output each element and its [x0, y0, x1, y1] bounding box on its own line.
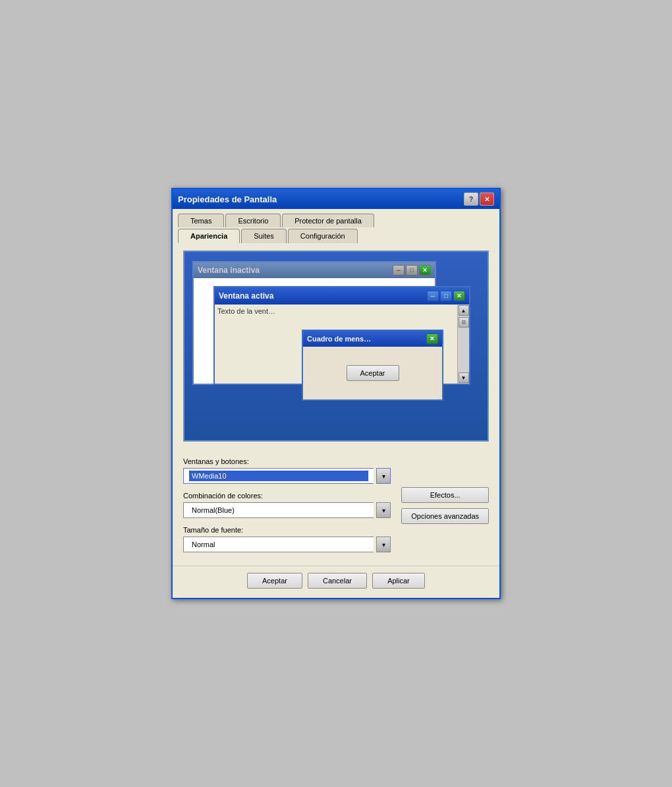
tabs-row-2: Apariencia Suites Configuración — [178, 228, 494, 243]
main-dialog: Propiedades de Pantalla ? ✕ Temas Escrit… — [171, 188, 501, 599]
form-left: Ventanas y botones: WMedia10 ▾ Combinaci… — [183, 451, 391, 558]
font-size-label: Tamaño de fuente: — [183, 526, 391, 534]
effects-button[interactable]: Efectos... — [401, 487, 489, 503]
font-size-selected: Normal — [189, 539, 368, 550]
preview-msgbox-titlebar: Cuadro de mens… ✕ — [303, 331, 442, 347]
tab-escritorio[interactable]: Escritorio — [225, 214, 281, 227]
color-scheme-dropdown-row: Normal(Blue) ▾ — [183, 502, 391, 518]
scrollbar: ▲ ⊡ ▼ — [457, 305, 469, 384]
tabs-container: Temas Escritorio Protector de pantalla A… — [173, 209, 499, 243]
cancel-button[interactable]: Cancelar — [308, 573, 367, 589]
windows-buttons-dropdown[interactable]: WMedia10 — [183, 468, 374, 484]
tab-suites[interactable]: Suites — [241, 229, 287, 243]
dialog-close-button[interactable]: ✕ — [480, 192, 494, 206]
font-size-dropdown-arrow[interactable]: ▾ — [376, 537, 391, 552]
apply-button[interactable]: Aplicar — [372, 573, 425, 589]
windows-buttons-selected: WMedia10 — [189, 471, 368, 481]
form-right: Efectos... Opciones avanzadas — [401, 451, 489, 524]
msgbox-close-btn[interactable]: ✕ — [426, 334, 438, 344]
dialog-title: Propiedades de Pantalla — [178, 194, 277, 204]
color-scheme-dropdown-arrow[interactable]: ▾ — [376, 502, 391, 518]
active-min-btn: ─ — [427, 291, 439, 301]
active-close-btn: ✕ — [453, 291, 465, 301]
scroll-down-arrow[interactable]: ▼ — [459, 372, 469, 383]
windows-buttons-dropdown-arrow[interactable]: ▾ — [376, 468, 391, 484]
preview-msgbox-body: Aceptar — [303, 347, 442, 399]
help-button[interactable]: ? — [464, 192, 478, 206]
content-area: Ventana inactiva ─ □ ✕ Ventana activa ─ — [173, 243, 499, 566]
color-scheme-label: Combinación de colores: — [183, 492, 391, 500]
preview-msgbox: Cuadro de mens… ✕ Aceptar — [302, 330, 443, 401]
preview-active-titlebar: Ventana activa ─ □ ✕ — [215, 287, 469, 305]
color-scheme-selected: Normal(Blue) — [189, 505, 368, 515]
active-max-btn: □ — [440, 291, 452, 301]
accept-button[interactable]: Aceptar — [247, 573, 302, 589]
title-bar-controls: ? ✕ — [464, 192, 494, 206]
bottom-row: Aceptar Cancelar Aplicar — [173, 566, 499, 598]
preview-container: Ventana inactiva ─ □ ✕ Ventana activa ─ — [183, 250, 489, 442]
tab-configuracion[interactable]: Configuración — [288, 229, 358, 243]
tab-temas[interactable]: Temas — [178, 214, 224, 227]
inactive-max-btn: □ — [406, 265, 418, 276]
advanced-options-button[interactable]: Opciones avanzadas — [401, 508, 489, 524]
title-bar: Propiedades de Pantalla ? ✕ — [173, 189, 499, 209]
inactive-min-btn: ─ — [393, 265, 405, 276]
font-size-dropdown[interactable]: Normal — [183, 537, 374, 552]
scroll-middle-btn[interactable]: ⊡ — [459, 317, 469, 328]
color-scheme-dropdown[interactable]: Normal(Blue) — [183, 502, 374, 518]
font-size-dropdown-row: Normal ▾ — [183, 537, 391, 552]
tab-protector[interactable]: Protector de pantalla — [282, 214, 374, 227]
inactive-close-btn: ✕ — [419, 265, 431, 276]
tab-apariencia[interactable]: Apariencia — [178, 229, 240, 243]
scroll-up-arrow[interactable]: ▲ — [459, 305, 469, 316]
form-section: Ventanas y botones: WMedia10 ▾ Combinaci… — [183, 451, 489, 558]
windows-buttons-label: Ventanas y botones: — [183, 457, 391, 465]
preview-inactive-titlebar: Ventana inactiva ─ □ ✕ — [194, 262, 435, 278]
windows-buttons-dropdown-row: WMedia10 ▾ — [183, 468, 391, 484]
tabs-row-1: Temas Escritorio Protector de pantalla — [178, 213, 494, 227]
msgbox-aceptar-button[interactable]: Aceptar — [347, 365, 399, 381]
